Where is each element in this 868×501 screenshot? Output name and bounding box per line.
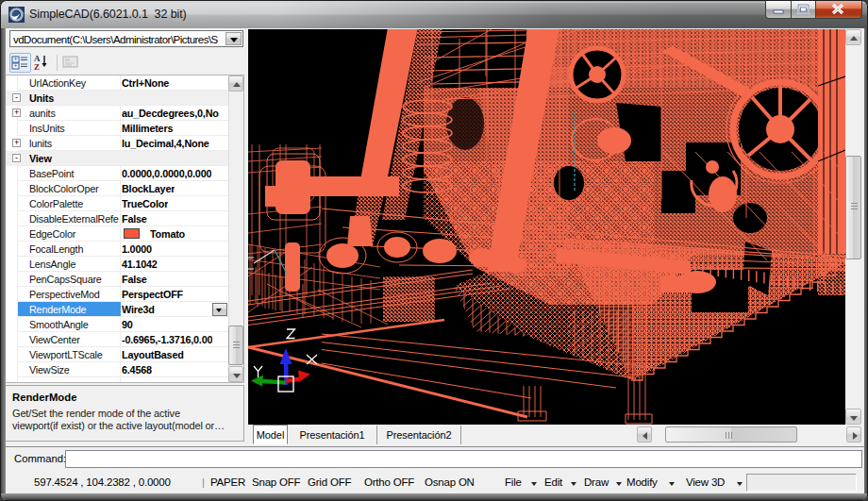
svg-text:Z: Z — [34, 62, 40, 71]
svg-text:+: + — [13, 62, 17, 69]
svg-text:+: + — [13, 56, 17, 62]
